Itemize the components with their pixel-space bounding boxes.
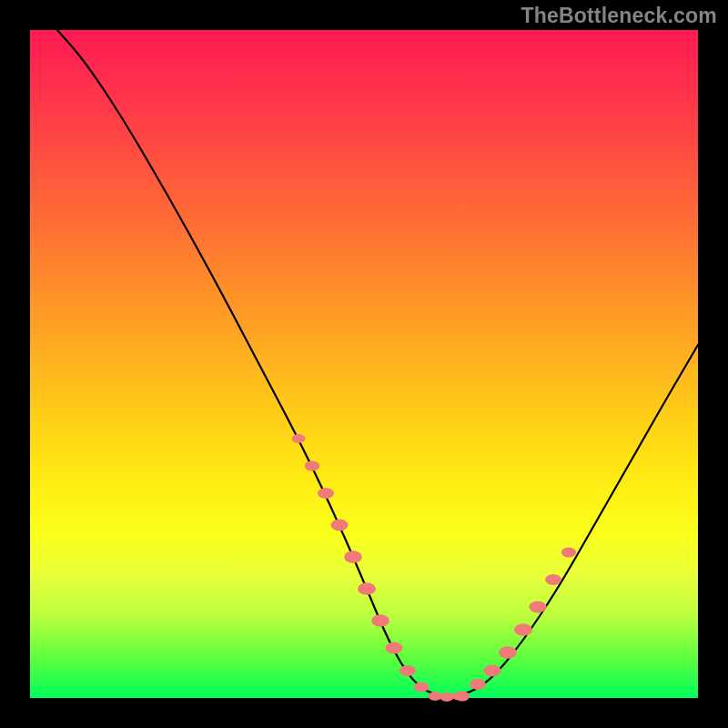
salmon-dots-bottom-dot <box>430 693 441 701</box>
salmon-dots-bottom-dot <box>452 693 464 701</box>
salmon-dots-left-dot <box>386 642 403 654</box>
watermark-text: TheBottleneck.com <box>521 4 717 28</box>
salmon-dots-right-dot <box>529 602 546 613</box>
main-curve-path <box>57 30 698 696</box>
salmon-dots-right-dot <box>514 623 532 636</box>
salmon-dots-left-dot <box>399 665 416 676</box>
salmon-dots-left-dot <box>292 434 306 443</box>
salmon-dots-left-dot <box>344 551 362 562</box>
salmon-dots-left-dot <box>358 582 376 595</box>
salmon-dots-left-dot <box>305 460 320 470</box>
salmon-dots-right-dot <box>483 665 500 677</box>
salmon-dots-left-dot <box>371 614 389 626</box>
salmon-dots-left-dot <box>414 682 430 692</box>
salmon-dots-right-dot <box>561 548 576 558</box>
salmon-dots-group <box>292 434 577 702</box>
curve-layer <box>30 30 698 698</box>
salmon-dots-right-dot <box>499 646 517 659</box>
salmon-dots-left-dot <box>331 520 349 531</box>
salmon-dots-right-dot <box>470 679 486 690</box>
main-curve <box>57 30 698 696</box>
salmon-dots-bottom-dot <box>440 693 454 702</box>
salmon-dots-left-dot <box>318 488 334 499</box>
chart-frame: TheBottleneck.com <box>0 0 728 728</box>
salmon-dots-right-dot <box>545 574 561 585</box>
